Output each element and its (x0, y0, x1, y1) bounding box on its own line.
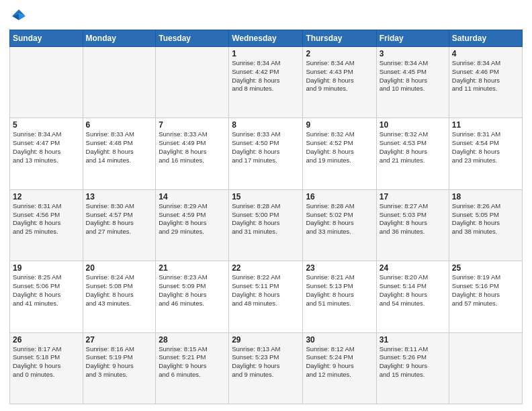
week-row-5: 26Sunrise: 8:17 AM Sunset: 5:18 PM Dayli… (10, 332, 523, 404)
day-number: 15 (232, 192, 300, 201)
day-number: 20 (86, 263, 153, 273)
calendar-cell: 8Sunrise: 8:33 AM Sunset: 4:50 PM Daylig… (229, 118, 303, 189)
week-row-2: 5Sunrise: 8:34 AM Sunset: 4:47 PM Daylig… (10, 118, 523, 189)
calendar-cell (83, 47, 156, 118)
day-info: Sunrise: 8:31 AM Sunset: 4:54 PM Dayligh… (452, 130, 519, 165)
calendar-cell: 10Sunrise: 8:32 AM Sunset: 4:53 PM Dayli… (376, 118, 449, 189)
calendar-cell: 7Sunrise: 8:33 AM Sunset: 4:49 PM Daylig… (156, 118, 229, 189)
day-number: 4 (452, 49, 519, 58)
page: SundayMondayTuesdayWednesdayThursdayFrid… (0, 0, 532, 411)
calendar-cell: 27Sunrise: 8:16 AM Sunset: 5:19 PM Dayli… (83, 332, 156, 404)
weekday-header-monday: Monday (83, 30, 156, 47)
day-info: Sunrise: 8:15 AM Sunset: 5:21 PM Dayligh… (159, 345, 226, 379)
day-info: Sunrise: 8:33 AM Sunset: 4:50 PM Dayligh… (232, 130, 300, 165)
day-info: Sunrise: 8:28 AM Sunset: 5:02 PM Dayligh… (306, 202, 373, 236)
day-info: Sunrise: 8:20 AM Sunset: 5:14 PM Dayligh… (380, 273, 446, 308)
day-number: 8 (232, 120, 300, 130)
day-info: Sunrise: 8:26 AM Sunset: 5:05 PM Dayligh… (452, 202, 519, 236)
calendar-cell: 29Sunrise: 8:13 AM Sunset: 5:23 PM Dayli… (229, 332, 303, 404)
calendar-cell: 5Sunrise: 8:34 AM Sunset: 4:47 PM Daylig… (10, 118, 83, 189)
calendar-cell: 9Sunrise: 8:32 AM Sunset: 4:52 PM Daylig… (303, 118, 376, 189)
day-info: Sunrise: 8:21 AM Sunset: 5:13 PM Dayligh… (306, 273, 373, 308)
calendar-cell: 1Sunrise: 8:34 AM Sunset: 4:42 PM Daylig… (229, 47, 303, 118)
calendar-cell: 19Sunrise: 8:25 AM Sunset: 5:06 PM Dayli… (10, 261, 83, 332)
calendar-cell: 14Sunrise: 8:29 AM Sunset: 4:59 PM Dayli… (156, 189, 229, 261)
day-number: 24 (380, 263, 446, 273)
day-info: Sunrise: 8:34 AM Sunset: 4:47 PM Dayligh… (13, 130, 80, 165)
weekday-header-friday: Friday (376, 30, 449, 47)
calendar-cell (10, 47, 83, 118)
day-number: 10 (380, 120, 446, 130)
day-number: 27 (86, 335, 153, 345)
weekday-header-thursday: Thursday (303, 30, 376, 47)
day-info: Sunrise: 8:11 AM Sunset: 5:26 PM Dayligh… (380, 345, 446, 379)
day-info: Sunrise: 8:13 AM Sunset: 5:23 PM Dayligh… (232, 345, 300, 379)
day-number: 14 (159, 192, 226, 201)
day-info: Sunrise: 8:22 AM Sunset: 5:11 PM Dayligh… (232, 273, 300, 308)
day-info: Sunrise: 8:32 AM Sunset: 4:53 PM Dayligh… (380, 130, 446, 165)
calendar-cell: 23Sunrise: 8:21 AM Sunset: 5:13 PM Dayli… (303, 261, 376, 332)
calendar-cell: 28Sunrise: 8:15 AM Sunset: 5:21 PM Dayli… (156, 332, 229, 404)
day-info: Sunrise: 8:25 AM Sunset: 5:06 PM Dayligh… (13, 273, 80, 308)
week-row-3: 12Sunrise: 8:31 AM Sunset: 4:56 PM Dayli… (10, 189, 523, 261)
calendar-cell: 30Sunrise: 8:12 AM Sunset: 5:24 PM Dayli… (303, 332, 376, 404)
day-number: 22 (232, 263, 300, 273)
day-info: Sunrise: 8:23 AM Sunset: 5:09 PM Dayligh… (159, 273, 226, 308)
calendar-cell: 26Sunrise: 8:17 AM Sunset: 5:18 PM Dayli… (10, 332, 83, 404)
day-info: Sunrise: 8:16 AM Sunset: 5:19 PM Dayligh… (86, 345, 153, 379)
calendar-cell (156, 47, 229, 118)
calendar-cell: 13Sunrise: 8:30 AM Sunset: 4:57 PM Dayli… (83, 189, 156, 261)
week-row-4: 19Sunrise: 8:25 AM Sunset: 5:06 PM Dayli… (10, 261, 523, 332)
day-info: Sunrise: 8:30 AM Sunset: 4:57 PM Dayligh… (86, 202, 153, 236)
day-number: 21 (159, 263, 226, 273)
day-number: 30 (306, 335, 373, 345)
day-info: Sunrise: 8:34 AM Sunset: 4:46 PM Dayligh… (452, 59, 519, 93)
calendar-cell: 21Sunrise: 8:23 AM Sunset: 5:09 PM Dayli… (156, 261, 229, 332)
calendar-cell: 12Sunrise: 8:31 AM Sunset: 4:56 PM Dayli… (10, 189, 83, 261)
calendar-cell: 6Sunrise: 8:33 AM Sunset: 4:48 PM Daylig… (83, 118, 156, 189)
logo (9, 7, 31, 26)
calendar-cell: 25Sunrise: 8:19 AM Sunset: 5:16 PM Dayli… (449, 261, 522, 332)
day-number: 17 (380, 192, 446, 201)
day-info: Sunrise: 8:33 AM Sunset: 4:49 PM Dayligh… (159, 130, 226, 165)
day-number: 25 (452, 263, 519, 273)
calendar-cell: 20Sunrise: 8:24 AM Sunset: 5:08 PM Dayli… (83, 261, 156, 332)
calendar-cell: 2Sunrise: 8:34 AM Sunset: 4:43 PM Daylig… (303, 47, 376, 118)
calendar-cell: 22Sunrise: 8:22 AM Sunset: 5:11 PM Dayli… (229, 261, 303, 332)
logo-icon (9, 7, 28, 26)
day-info: Sunrise: 8:33 AM Sunset: 4:48 PM Dayligh… (86, 130, 153, 165)
day-number: 9 (306, 120, 373, 130)
weekday-header-saturday: Saturday (449, 30, 522, 47)
day-info: Sunrise: 8:17 AM Sunset: 5:18 PM Dayligh… (13, 345, 80, 379)
day-number: 23 (306, 263, 373, 273)
day-number: 1 (232, 49, 300, 58)
day-number: 5 (13, 120, 80, 130)
day-number: 28 (159, 335, 226, 345)
weekday-header-wednesday: Wednesday (229, 30, 303, 47)
calendar-cell: 17Sunrise: 8:27 AM Sunset: 5:03 PM Dayli… (376, 189, 449, 261)
day-info: Sunrise: 8:27 AM Sunset: 5:03 PM Dayligh… (380, 202, 446, 236)
calendar-cell: 11Sunrise: 8:31 AM Sunset: 4:54 PM Dayli… (449, 118, 522, 189)
calendar-cell: 3Sunrise: 8:34 AM Sunset: 4:45 PM Daylig… (376, 47, 449, 118)
calendar-cell (449, 332, 522, 404)
calendar-cell: 4Sunrise: 8:34 AM Sunset: 4:46 PM Daylig… (449, 47, 522, 118)
calendar-cell: 18Sunrise: 8:26 AM Sunset: 5:05 PM Dayli… (449, 189, 522, 261)
day-info: Sunrise: 8:34 AM Sunset: 4:43 PM Dayligh… (306, 59, 373, 93)
day-number: 26 (13, 335, 80, 345)
day-info: Sunrise: 8:19 AM Sunset: 5:16 PM Dayligh… (452, 273, 519, 308)
calendar-cell: 16Sunrise: 8:28 AM Sunset: 5:02 PM Dayli… (303, 189, 376, 261)
calendar-cell: 31Sunrise: 8:11 AM Sunset: 5:26 PM Dayli… (376, 332, 449, 404)
day-number: 19 (13, 263, 80, 273)
day-number: 6 (86, 120, 153, 130)
weekday-header-tuesday: Tuesday (156, 30, 229, 47)
day-number: 12 (13, 192, 80, 201)
day-number: 16 (306, 192, 373, 201)
day-info: Sunrise: 8:34 AM Sunset: 4:42 PM Dayligh… (232, 59, 300, 93)
day-number: 7 (159, 120, 226, 130)
weekday-header-sunday: Sunday (10, 30, 83, 47)
day-number: 11 (452, 120, 519, 130)
day-number: 3 (380, 49, 446, 58)
header (9, 7, 523, 26)
calendar-cell: 24Sunrise: 8:20 AM Sunset: 5:14 PM Dayli… (376, 261, 449, 332)
day-number: 13 (86, 192, 153, 201)
